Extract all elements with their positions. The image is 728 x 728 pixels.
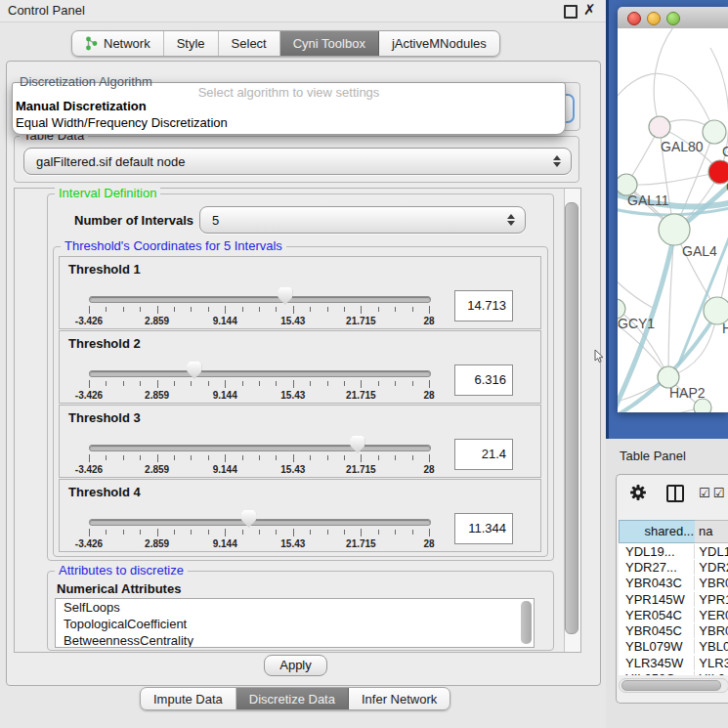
table-row[interactable]: YBR045CYBR0 (619, 622, 728, 638)
tab-label: Select (232, 36, 267, 51)
vertical-scrollbar-thumb[interactable] (565, 202, 578, 634)
table-cell[interactable]: YBR043C (619, 576, 695, 590)
horizontal-scrollbar[interactable] (619, 678, 728, 693)
slider-tick (395, 381, 396, 386)
popup-item-manual-discretization[interactable]: Manual Discretization (16, 99, 147, 113)
close-icon[interactable]: ✗ (583, 1, 596, 19)
slider-tick-label: 28 (423, 316, 434, 326)
tab-cyni-toolbox[interactable]: Cyni Toolbox (280, 31, 379, 56)
gear-icon[interactable] (629, 484, 647, 504)
table-cell[interactable]: YDL1 (695, 544, 728, 559)
network-node[interactable] (703, 120, 726, 144)
column-header-shared-name[interactable]: shared... (619, 520, 701, 543)
slider-tick (310, 307, 311, 312)
split-columns-icon[interactable] (666, 485, 684, 502)
slider-track[interactable] (89, 445, 431, 451)
table-cell[interactable]: YIL0 (695, 671, 728, 675)
slider-tick (395, 530, 396, 535)
horizontal-scrollbar-thumb[interactable] (621, 680, 721, 691)
number-of-intervals-label: Number of Intervals (74, 213, 193, 228)
combo-arrows-icon (507, 214, 515, 226)
apply-button[interactable]: Apply (264, 655, 327, 676)
slider-tick (225, 306, 226, 314)
table-data-combobox[interactable]: galFiltered.sif default node (23, 148, 572, 175)
slider-track[interactable] (89, 519, 431, 526)
close-traffic-light[interactable] (627, 12, 641, 25)
list-item[interactable]: SelfLoops (56, 599, 534, 616)
slider-tick (242, 381, 243, 386)
table-cell[interactable]: YIL052C (619, 671, 695, 675)
numerical-attributes-label: Numerical Attributes (57, 581, 181, 596)
network-node[interactable] (659, 214, 690, 245)
slider-tick-label: 2.859 (145, 316, 169, 326)
slider-tick-label: 9.144 (213, 316, 237, 326)
table-cell[interactable]: YBR0 (695, 576, 728, 590)
table-cell[interactable]: YPR1 (695, 592, 728, 607)
algorithm-dropdown-popup: Select algorithm to view settings Manual… (12, 82, 566, 135)
slider-tick (191, 530, 192, 535)
tab-select[interactable]: Select (219, 31, 280, 56)
slider-tick (191, 381, 192, 386)
table-cell[interactable]: YBR0 (695, 623, 728, 638)
popup-item-equal-width-frequency[interactable]: Equal Width/Frequency Discretization (16, 115, 228, 130)
node-label: GAL11 (627, 193, 669, 208)
bottom-tabstrip: Impute Data Discretize Data Infer Networ… (140, 687, 450, 710)
table-row[interactable]: YDL19...YDL1 (619, 543, 728, 559)
tab-style[interactable]: Style (164, 31, 219, 56)
table-row[interactable]: YBR043CYBR0 (619, 576, 728, 591)
table-row[interactable]: YIL052CYIL0 (619, 670, 728, 675)
column-header-name[interactable]: na (695, 520, 728, 543)
list-scrollbar-thumb[interactable] (521, 601, 532, 644)
table-cell[interactable]: YBL0 (695, 639, 728, 654)
table-row[interactable]: YER054CYER0 (619, 607, 728, 622)
table-cell[interactable]: YER054C (619, 608, 695, 622)
table-row[interactable]: YPR145WYPR1 (619, 591, 728, 607)
network-window[interactable]: GAL80GACGAL11GAL4GCY1HHAP2 (618, 7, 728, 412)
tab-jactivemnodules[interactable]: jActiveMNodules (379, 31, 499, 56)
threshold-value-field[interactable]: 14.713 (454, 290, 513, 321)
minimize-traffic-light[interactable] (647, 12, 661, 25)
vertical-scrollbar[interactable] (564, 189, 580, 652)
tab-infer-network[interactable]: Infer Network (349, 688, 450, 709)
table-cell[interactable]: YLR345W (619, 656, 695, 670)
table-cell[interactable]: YLR3 (695, 656, 728, 670)
zoom-traffic-light[interactable] (666, 12, 680, 25)
numerical-attributes-list[interactable]: SelfLoops TopologicalCoefficient Between… (55, 598, 535, 648)
slider-tick (123, 307, 124, 312)
table-cell[interactable]: YBR045C (619, 623, 695, 638)
threshold-value-field[interactable]: 21.4 (454, 439, 513, 470)
float-window-icon[interactable] (564, 5, 578, 19)
threshold-value-field[interactable]: 6.316 (454, 364, 513, 396)
list-item[interactable]: BetweennessCentrality (56, 632, 534, 648)
tab-network[interactable]: Network (72, 31, 164, 56)
table-cell[interactable]: YDR27... (619, 560, 695, 575)
network-node[interactable] (649, 116, 670, 138)
network-window-titlebar[interactable] (618, 7, 728, 29)
table-cell[interactable]: YPR145W (619, 592, 695, 607)
table-cell[interactable]: YDR2 (695, 560, 728, 575)
tab-impute-data[interactable]: Impute Data (141, 688, 236, 709)
network-canvas[interactable]: GAL80GACGAL11GAL4GCY1HHAP2 (618, 28, 728, 412)
table-cell[interactable]: YBL079W (619, 639, 695, 654)
slider-track[interactable] (89, 296, 431, 303)
list-item[interactable]: TopologicalCoefficient (56, 616, 534, 632)
table-row[interactable]: YLR345WYLR3 (619, 655, 728, 670)
tab-discretize-data[interactable]: Discretize Data (236, 688, 349, 709)
number-of-intervals-combobox[interactable]: 5 (199, 206, 526, 234)
slider-tick (276, 455, 277, 460)
table-row[interactable]: YBL079WYBL0 (619, 639, 728, 655)
threshold-value-field[interactable]: 11.344 (454, 513, 513, 544)
network-node[interactable] (708, 160, 728, 184)
network-node[interactable] (694, 399, 711, 412)
node-table[interactable]: YDL19...YDL1YDR27...YDR2YBR043CYBR0YPR14… (619, 543, 728, 675)
table-row[interactable]: YDR27...YDR2 (619, 559, 728, 575)
column-checkboxes-icon[interactable]: ☑☑ (699, 486, 727, 500)
slider-track[interactable] (89, 370, 431, 377)
slider-tick-label: 15.43 (280, 390, 305, 401)
slider-tick (89, 529, 90, 536)
table-panel-header: Table Panel (606, 439, 728, 470)
slider-tick (106, 381, 107, 386)
table-toolbar: ☑☑ (617, 475, 728, 516)
table-cell[interactable]: YDL19... (619, 544, 695, 559)
table-cell[interactable]: YER0 (695, 608, 728, 622)
